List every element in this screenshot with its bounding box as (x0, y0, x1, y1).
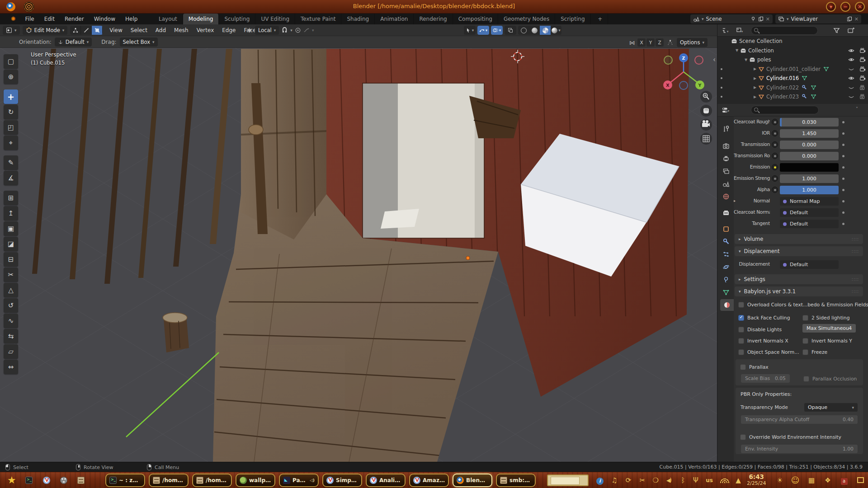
rendered-shading-button[interactable]: ▾ (551, 26, 561, 35)
sidebar-collapse-arrow[interactable]: ‹ (713, 56, 716, 64)
blender-menu-icon[interactable]: ✺ (8, 14, 19, 24)
mirror-x-button[interactable]: X (637, 38, 646, 47)
expand-arrow[interactable]: ▶ (754, 67, 758, 71)
eyeclosed-toggle-icon[interactable] (848, 84, 854, 91)
launcher-terminal-icon[interactable] (23, 474, 35, 487)
decorator-dot[interactable] (842, 144, 844, 146)
xray-toggle-button[interactable] (505, 26, 516, 35)
tray-wifi-icon[interactable] (719, 476, 731, 485)
expand-arrow[interactable]: ▶ (754, 95, 758, 99)
launcher-vivaldi-icon[interactable] (40, 474, 53, 487)
viewport-menu-view[interactable]: View (105, 24, 126, 36)
clock-widget[interactable]: 6:43 2/25/24 (747, 474, 766, 486)
tray-volume-icon[interactable]: ◀) (663, 476, 675, 485)
new-viewlayer-icon[interactable] (847, 16, 852, 22)
workspace-tab-layout[interactable]: Layout (153, 14, 183, 24)
cam-toggle-icon[interactable] (859, 56, 866, 63)
tray-lamp2-icon[interactable]: ☀ (774, 476, 786, 485)
properties-tab-tool[interactable] (719, 123, 733, 135)
perspective-toggle-button[interactable] (700, 133, 712, 145)
decorator-dot[interactable] (842, 166, 844, 169)
expand-arrow[interactable]: ▼ (745, 58, 749, 62)
decorator-dot[interactable] (842, 178, 844, 180)
gizmo-axis-negy[interactable] (664, 56, 672, 64)
new-scene-icon[interactable] (758, 16, 764, 22)
tray-bluetooth-icon[interactable]: ᛒ (677, 476, 689, 485)
properties-tab-viewlayer[interactable] (719, 165, 733, 177)
parallax-checkbox-row[interactable]: Parallax (740, 362, 769, 371)
properties-tab-material[interactable] (720, 299, 734, 311)
zoom-button[interactable] (700, 91, 712, 103)
link-field[interactable]: Normal Map (780, 197, 839, 206)
unlink-scene-icon[interactable]: ✕ (766, 16, 770, 22)
camoff-toggle-icon[interactable] (859, 84, 866, 91)
cam-toggle-icon[interactable] (859, 75, 866, 81)
decorator-dot[interactable] (842, 155, 844, 157)
menu-render[interactable]: Render (60, 14, 89, 24)
outliner-row-cylinder-023[interactable]: ▶Cylinder.023 (717, 92, 868, 101)
workspace-tab-sculpting[interactable]: Sculpting (219, 14, 255, 24)
decorator-dot[interactable] (842, 189, 844, 191)
scale-bias-field[interactable]: Scale Bias 0.05 (741, 374, 790, 383)
workspace-tab-modeling[interactable]: Modeling (183, 14, 219, 24)
expand-arrow[interactable]: ▼ (736, 48, 740, 52)
options-dropdown[interactable]: Options▾ (677, 38, 708, 47)
properties-tab-output[interactable] (719, 153, 733, 164)
animate-decorator[interactable] (772, 175, 778, 182)
tool-extrude-button[interactable]: ↥ (4, 206, 18, 221)
gizmo-axis-negz[interactable] (679, 81, 688, 89)
tool-scale-button[interactable]: ◰ (4, 120, 18, 135)
properties-tab-world[interactable] (719, 191, 733, 202)
face-select-button[interactable] (92, 26, 103, 35)
add-workspace-button[interactable]: + (592, 14, 608, 24)
viewport-menu-add[interactable]: Add (151, 24, 170, 36)
eyeclosed-toggle-icon[interactable] (848, 94, 854, 100)
solid-shading-button[interactable] (529, 26, 540, 35)
env-intensity-field[interactable]: Env. Intensity 1.00 (741, 445, 858, 453)
displacement-panel-header[interactable]: ▾Displacement:::: (735, 246, 863, 256)
wood-stump[interactable] (163, 313, 189, 352)
override-env-row[interactable]: Override World Environment Intensity (740, 432, 841, 441)
tray-smiley-icon[interactable]: ☺ (789, 476, 801, 485)
expand-arrow[interactable]: ▶ (754, 76, 758, 80)
tray-caret-icon[interactable]: ▲ (732, 476, 744, 485)
animate-decorator[interactable] (772, 153, 778, 159)
animate-decorator[interactable] (772, 119, 778, 125)
value-slider-field[interactable]: 0.000 (780, 152, 839, 160)
camoff-toggle-icon[interactable] (859, 94, 866, 100)
animate-decorator[interactable] (772, 187, 778, 193)
cam-toggle-icon[interactable] (859, 47, 866, 54)
decorator-dot[interactable] (842, 132, 844, 135)
tool-poly-build-button[interactable]: △ (4, 283, 18, 297)
workspace-tab-scripting[interactable]: Scripting (555, 14, 590, 24)
transform-pivot-icon[interactable] (246, 27, 253, 33)
tool-cursor-button[interactable]: ⊕ (4, 70, 18, 84)
checkbox-row-disable-lights[interactable]: Disable Lights (738, 325, 782, 334)
remove-viewlayer-icon[interactable]: ✕ (854, 16, 859, 22)
properties-editor-icon[interactable]: ▾ (722, 107, 730, 113)
workspace-tab-texture-paint[interactable]: Texture Paint (295, 14, 341, 24)
transparency-mode-dropdown[interactable]: Opaque▾ (804, 403, 858, 412)
properties-tab-particles[interactable] (719, 249, 733, 260)
viewport-menu-mesh[interactable]: Mesh (170, 24, 193, 36)
invert-normals-x-checkbox[interactable] (738, 338, 744, 344)
tool-add-cube-button[interactable]: ⊞ (4, 191, 18, 205)
decorator-dot[interactable] (842, 121, 844, 123)
snap-base-icon[interactable] (667, 39, 674, 46)
vertex-select-button[interactable] (70, 26, 81, 35)
tool-smooth-button[interactable]: ∿ (4, 314, 18, 328)
outliner-display-mode-icon[interactable]: ▾ (722, 28, 729, 33)
volume-panel-header[interactable]: ▸Volume:::: (735, 234, 863, 244)
animate-decorator[interactable] (772, 130, 778, 136)
tool-move-button[interactable]: + (4, 89, 18, 104)
babylon-panel-header[interactable]: ▾Babylon.js ver 3.3.1:::: (735, 286, 863, 296)
object-origin-dot[interactable] (466, 256, 470, 260)
snap-dropdown[interactable]: ▾ (290, 28, 292, 33)
taskbar-button-parsec[interactable]: Parsec◁) (279, 474, 319, 487)
outliner-row-scene-collection[interactable]: Scene Collection (717, 37, 868, 46)
outliner-search-input[interactable] (751, 26, 818, 35)
value-slider-field[interactable]: 1.450 (780, 129, 839, 138)
selectability-button[interactable]: ▾ (464, 26, 476, 35)
tool-select-box-button[interactable]: ▢ (4, 54, 18, 69)
properties-tab-modifiers[interactable] (719, 235, 733, 247)
